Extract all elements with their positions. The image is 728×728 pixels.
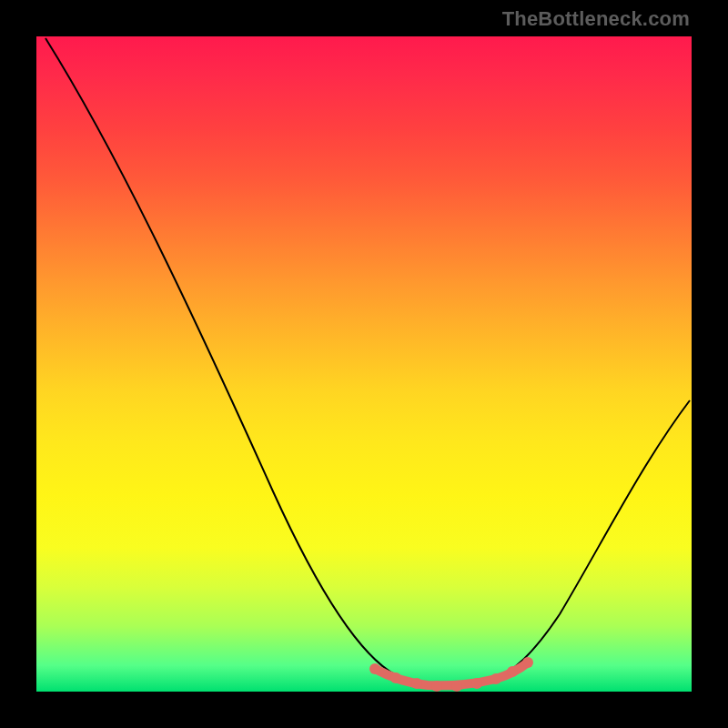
marker-dot: [507, 666, 518, 677]
watermark-text: TheBottleneck.com: [502, 7, 690, 31]
marker-dot: [490, 673, 501, 684]
chart-container: TheBottleneck.com: [0, 0, 728, 728]
bottleneck-curve: [46, 38, 690, 684]
marker-dot: [471, 678, 482, 689]
marker-dot: [522, 657, 533, 668]
marker-dot: [390, 672, 401, 683]
marker-dot: [431, 681, 442, 692]
marker-dot: [369, 663, 380, 674]
marker-dot: [411, 678, 422, 689]
marker-dot: [451, 681, 462, 692]
chart-svg: [36, 36, 692, 692]
